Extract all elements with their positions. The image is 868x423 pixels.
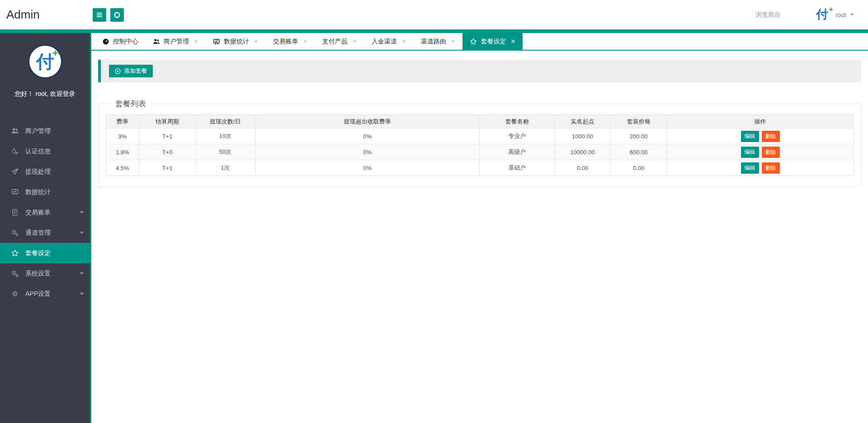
- chevron-down-icon: [80, 211, 84, 216]
- sidebar: 付 + 您好！ root, 欢迎登录 商户管理 认证信息 提: [0, 33, 91, 423]
- users-icon: [153, 38, 160, 45]
- chevron-down-icon: [80, 293, 84, 297]
- main-area: 控制中心 商户管理 ✕ 数据统计 ✕ 交易账单 ✕: [91, 33, 868, 423]
- close-icon[interactable]: ✕: [510, 38, 515, 45]
- table-header-row: 费率 结算周期 提现次数/日 提现超出收取费率 套餐名称 实名起点 套装价格 操…: [106, 115, 854, 128]
- col-header-package-price: 套装价格: [611, 115, 667, 128]
- tab-label: 交易账单: [273, 38, 298, 46]
- col-header-actions: 操作: [667, 115, 854, 128]
- tab-transaction-bills[interactable]: 交易账单 ✕: [266, 33, 315, 50]
- certificate-icon: [11, 147, 19, 155]
- col-header-excess-withdrawal-rate: 提现超出收取费率: [255, 115, 480, 128]
- sidebar-item-label: 数据统计: [25, 188, 51, 196]
- tab-label: 入金渠道: [372, 38, 397, 46]
- tab-package-settings[interactable]: 套餐设定 ✕: [462, 33, 523, 50]
- toolbar: 添加套餐: [98, 60, 861, 82]
- sidebar-item-data-statistics[interactable]: 数据统计: [0, 182, 90, 202]
- table-row: 1.8% T+0 50次 0% 高级户 10000.00 600.00 编辑删除: [106, 144, 854, 160]
- sidebar-item-label: 通道管理: [25, 229, 51, 237]
- collapse-menu-button[interactable]: [93, 8, 106, 22]
- package-table: 费率 结算周期 提现次数/日 提现超出收取费率 套餐名称 实名起点 套装价格 操…: [105, 114, 854, 176]
- tab-label: 渠道路由: [421, 38, 446, 46]
- username-label: root: [835, 11, 846, 19]
- sidebar-item-label: 交易账单: [25, 209, 51, 217]
- edit-button[interactable]: 编辑: [741, 147, 759, 158]
- brand-logo: 付+: [816, 9, 828, 21]
- tab-deposit-channels[interactable]: 入金渠道 ✕: [364, 33, 414, 50]
- col-header-settlement-cycle: 结算周期: [139, 115, 195, 128]
- user-dropdown[interactable]: 付+ root: [816, 9, 854, 21]
- sidebar-item-transaction-bills[interactable]: 交易账单: [0, 202, 90, 223]
- paper-plane-icon: [11, 168, 19, 176]
- close-icon[interactable]: ✕: [352, 38, 357, 45]
- sidebar-item-merchant-management[interactable]: 商户管理: [0, 121, 90, 141]
- col-header-package-name: 套餐名称: [480, 115, 555, 128]
- plus-circle-icon: [114, 68, 121, 75]
- star-icon: [470, 38, 477, 45]
- panel-title: 套餐列表: [111, 99, 151, 109]
- sidebar-item-system-settings[interactable]: 系统设置: [0, 263, 90, 284]
- close-icon[interactable]: ✕: [451, 38, 456, 45]
- sidebar-item-label: 商户管理: [25, 127, 51, 135]
- chevron-down-icon: [80, 272, 84, 277]
- tab-merchant-management[interactable]: 商户管理 ✕: [146, 33, 206, 50]
- gears-icon: [11, 229, 19, 237]
- hamburger-icon: [96, 11, 103, 19]
- sidebar-item-label: 套餐设定: [25, 249, 51, 257]
- chart-board-icon: [11, 188, 19, 196]
- edit-button[interactable]: 编辑: [741, 162, 759, 174]
- logo-plus-icon: +: [52, 48, 58, 59]
- tab-label: 套餐设定: [481, 38, 506, 46]
- tab-data-statistics[interactable]: 数据统计 ✕: [206, 33, 266, 50]
- close-icon[interactable]: ✕: [401, 38, 406, 45]
- top-header: Admin 浏览前台 付+ root: [0, 0, 868, 29]
- sidebar-item-app-settings[interactable]: APP设置: [0, 284, 90, 304]
- tab-control-center[interactable]: 控制中心: [95, 33, 146, 50]
- app-title: Admin: [0, 8, 93, 22]
- delete-button[interactable]: 删除: [762, 131, 780, 142]
- add-package-button[interactable]: 添加套餐: [109, 65, 153, 77]
- tab-label: 支付产品: [322, 38, 348, 46]
- tab-bar: 控制中心 商户管理 ✕ 数据统计 ✕ 交易账单 ✕: [91, 33, 868, 51]
- sidebar-item-label: 提现处理: [25, 168, 51, 176]
- tab-payment-products[interactable]: 支付产品 ✕: [315, 33, 364, 50]
- refresh-site-button[interactable]: [110, 8, 124, 22]
- col-header-realname-threshold: 实名起点: [554, 115, 610, 128]
- close-icon[interactable]: ✕: [193, 38, 198, 45]
- sidebar-item-label: 认证信息: [25, 147, 51, 156]
- gear-icon: [11, 290, 19, 298]
- logo-plus-icon: +: [829, 5, 833, 13]
- accent-stripe: [0, 29, 868, 33]
- tab-channel-routing[interactable]: 渠道路由 ✕: [414, 33, 463, 50]
- star-icon: [11, 249, 19, 257]
- close-icon[interactable]: ✕: [303, 38, 308, 45]
- delete-button[interactable]: 删除: [762, 162, 780, 174]
- sidebar-logo: 付 +: [28, 44, 63, 79]
- tab-label: 控制中心: [113, 38, 138, 46]
- table-row: 4.5% T+1 1次 0% 基础户 0.00 0.00 编辑删除: [106, 160, 854, 176]
- sidebar-item-auth-info[interactable]: 认证信息: [0, 141, 90, 162]
- col-header-withdrawals-per-day: 提现次数/日: [195, 115, 255, 128]
- header-right: 浏览前台 付+ root: [755, 9, 868, 21]
- sidebar-item-label: 系统设置: [25, 270, 51, 278]
- delete-button[interactable]: 删除: [762, 147, 780, 158]
- tab-label: 商户管理: [164, 38, 189, 46]
- gears-icon: [11, 270, 19, 277]
- lifebuoy-icon: [113, 11, 121, 19]
- welcome-text: 您好！ root, 欢迎登录: [0, 90, 90, 98]
- edit-button[interactable]: 编辑: [741, 131, 759, 142]
- col-header-rate: 费率: [106, 115, 139, 128]
- sidebar-item-channel-management[interactable]: 通道管理: [0, 223, 90, 243]
- sidebar-item-label: APP设置: [25, 290, 51, 298]
- chevron-down-icon: [850, 14, 854, 18]
- document-icon: [11, 209, 19, 216]
- users-icon: [11, 127, 19, 135]
- dashboard-icon: [102, 38, 109, 45]
- browse-front-link[interactable]: 浏览前台: [755, 11, 781, 19]
- close-icon[interactable]: ✕: [254, 38, 259, 45]
- chevron-down-icon: [80, 232, 84, 236]
- sidebar-item-package-settings[interactable]: 套餐设定: [0, 243, 90, 263]
- sidebar-menu: 商户管理 认证信息 提现处理 数据统计: [0, 121, 90, 304]
- table-row: 3% T+1 10次 0% 专业户 1000.00 200.00 编辑删除: [106, 128, 854, 144]
- sidebar-item-withdraw-processing[interactable]: 提现处理: [0, 162, 90, 182]
